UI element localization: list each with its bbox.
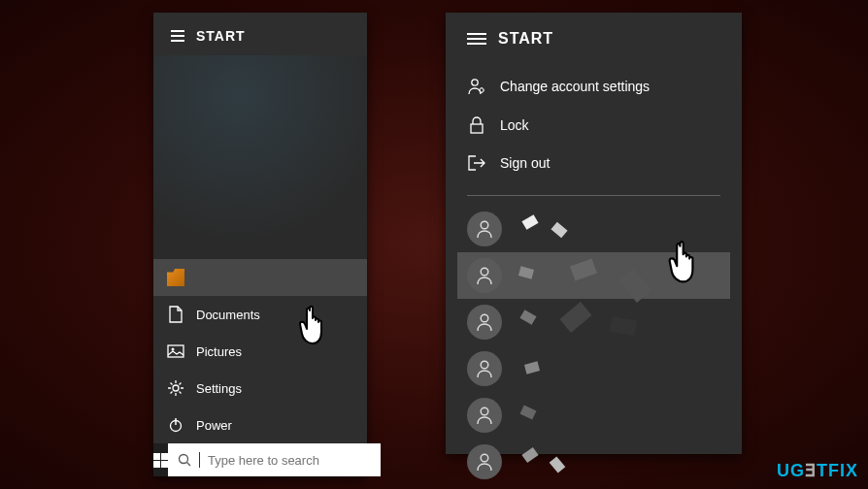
- sidebar-item-label: Documents: [196, 308, 260, 322]
- sidebar-item-settings[interactable]: Settings: [153, 370, 367, 407]
- menu-item-label: Sign out: [500, 155, 550, 171]
- watermark-part: Ǝ: [805, 461, 817, 480]
- taskbar: [153, 443, 367, 476]
- account-settings-icon: [467, 77, 486, 96]
- windows-start-button[interactable]: [153, 443, 168, 476]
- user-folder-icon: [167, 269, 184, 286]
- obscured-name: [514, 305, 720, 340]
- menu-item-lock[interactable]: Lock: [446, 106, 742, 145]
- documents-icon: [167, 306, 184, 323]
- signout-icon: [467, 154, 486, 172]
- hamburger-icon[interactable]: [467, 33, 486, 45]
- windows-logo-icon: [153, 453, 168, 468]
- hand-cursor-icon: [296, 303, 337, 351]
- start-menu-left: START Documents Pictures Settings: [153, 13, 367, 476]
- user-row[interactable]: [457, 299, 730, 345]
- svg-point-10: [481, 221, 488, 229]
- search-box[interactable]: [168, 443, 381, 476]
- hamburger-icon[interactable]: [171, 30, 184, 42]
- divider: [467, 195, 720, 196]
- account-menu: Change account settings Lock Sign out: [446, 61, 742, 191]
- svg-point-13: [481, 361, 488, 369]
- svg-point-12: [481, 314, 488, 322]
- svg-point-15: [481, 454, 488, 462]
- settings-icon: [167, 379, 184, 397]
- start-header: START: [153, 13, 367, 55]
- svg-rect-9: [471, 124, 483, 133]
- hand-cursor-icon: [665, 238, 706, 286]
- sidebar-item-label: Power: [196, 418, 232, 433]
- watermark-part: TFIX: [817, 461, 858, 480]
- start-menu-right: START Change account settings Lock Sign …: [446, 13, 742, 454]
- svg-point-1: [172, 348, 175, 351]
- sidebar-list: Documents Pictures Settings Power: [153, 259, 367, 443]
- sidebar-item-label: Pictures: [196, 344, 242, 359]
- sidebar-item-user[interactable]: [153, 259, 367, 296]
- user-row[interactable]: [457, 345, 730, 392]
- power-icon: [167, 416, 184, 434]
- obscured-name: [514, 398, 720, 433]
- svg-point-5: [180, 455, 188, 464]
- start-title: START: [498, 30, 553, 48]
- start-title: START: [196, 28, 246, 44]
- user-row[interactable]: [457, 439, 730, 485]
- obscured-name: [514, 444, 720, 479]
- menu-item-change-account[interactable]: Change account settings: [446, 67, 742, 106]
- avatar: [467, 212, 502, 246]
- watermark: UGƎTFIX: [777, 460, 858, 481]
- menu-item-label: Lock: [500, 117, 529, 133]
- svg-point-7: [472, 80, 478, 85]
- sidebar-item-label: Settings: [196, 381, 242, 396]
- menu-item-signout[interactable]: Sign out: [446, 145, 742, 181]
- user-row[interactable]: [457, 392, 730, 439]
- avatar: [467, 305, 502, 340]
- avatar: [467, 351, 502, 386]
- svg-point-2: [173, 385, 179, 391]
- svg-line-6: [187, 463, 191, 467]
- start-header: START: [446, 13, 742, 61]
- pictures-icon: [167, 342, 184, 360]
- start-menu-space: [153, 55, 367, 259]
- svg-point-11: [481, 268, 488, 276]
- text-caret: [199, 452, 200, 468]
- lock-icon: [467, 115, 486, 135]
- search-input[interactable]: [208, 453, 371, 468]
- menu-item-label: Change account settings: [500, 79, 650, 94]
- avatar: [467, 398, 502, 433]
- watermark-part: UG: [777, 461, 805, 480]
- avatar: [467, 258, 502, 293]
- avatar: [467, 444, 502, 479]
- obscured-name: [514, 351, 720, 386]
- svg-point-14: [481, 408, 488, 415]
- search-icon: [178, 453, 191, 467]
- svg-rect-0: [168, 345, 184, 357]
- sidebar-item-power[interactable]: Power: [153, 407, 367, 443]
